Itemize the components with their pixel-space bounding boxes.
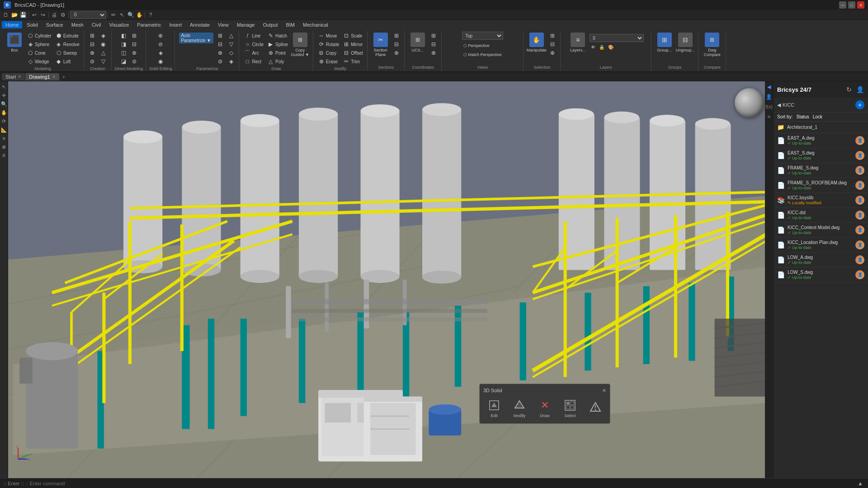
save-button[interactable]: 💾: [19, 11, 27, 19]
model-btn5[interactable]: ⬢Extrude: [54, 32, 81, 40]
creation-btn3[interactable]: ⊕: [87, 49, 97, 57]
help-button[interactable]: ?: [146, 11, 155, 19]
group-button[interactable]: ⊞ Group...: [655, 32, 675, 53]
file-east-s[interactable]: 📄 EAST_S.dwg ✓ Up-to-date 👤: [774, 148, 868, 163]
sel-btn3[interactable]: ⊕: [547, 49, 557, 57]
creation-btn5[interactable]: ◈: [98, 32, 108, 40]
sort-lock-btn[interactable]: Lock: [813, 114, 822, 119]
panel-user-icon[interactable]: 👤: [765, 93, 773, 100]
param-btn7[interactable]: ◇: [226, 49, 236, 57]
select-btn[interactable]: ↖: [118, 11, 126, 19]
menu-civil[interactable]: Civil: [88, 21, 105, 28]
popup-select-btn[interactable]: Select: [559, 396, 581, 420]
param-btn4[interactable]: ⊘: [215, 57, 225, 66]
param-btn2[interactable]: ⊟: [215, 40, 225, 48]
maximize-button[interactable]: □: [848, 1, 855, 9]
file-kicc-location[interactable]: 📄 KICC_Location Plan.dwg ✓ Up-to-date 👤: [774, 238, 868, 253]
se-btn4[interactable]: ◉: [156, 57, 165, 66]
dm-btn3[interactable]: ◫: [118, 49, 128, 57]
print-button[interactable]: 🖨: [50, 11, 58, 19]
menu-view[interactable]: View: [214, 21, 232, 28]
menu-output[interactable]: Output: [259, 21, 281, 28]
kicc-add-button[interactable]: +: [855, 100, 864, 109]
menu-visualize[interactable]: Visualize: [105, 21, 132, 28]
layer-combo[interactable]: 0: [70, 11, 106, 19]
vp-zoom-icon[interactable]: 🔍: [0, 100, 8, 108]
popup-close-btn[interactable]: ✕: [602, 388, 606, 394]
undo-button[interactable]: ↩: [30, 11, 38, 19]
layers-combo[interactable]: 0: [590, 34, 644, 42]
popup-edit-btn[interactable]: Edit: [483, 396, 505, 420]
param-btn1[interactable]: ⊞: [215, 32, 225, 40]
menu-annotate[interactable]: Annotate: [186, 21, 213, 28]
file-low-a[interactable]: 📄 LOW_A.dwg ✓ Up-to-date 👤: [774, 253, 868, 267]
popup-extra-btn[interactable]: [585, 399, 606, 418]
open-button[interactable]: 📂: [10, 11, 19, 19]
kicc-back-button[interactable]: ◀ KICC: [777, 102, 794, 108]
vp-pan-icon[interactable]: ✋: [0, 109, 8, 116]
se-btn2[interactable]: ⊘: [156, 40, 165, 48]
mod-btn7[interactable]: ⊟Offset: [341, 49, 364, 57]
draw-btn[interactable]: ✏: [109, 11, 118, 19]
draw-btn6[interactable]: ▶Spline: [266, 40, 289, 48]
creation-btn8[interactable]: ▽: [98, 57, 108, 66]
mod-btn2[interactable]: ⟳Rotate: [316, 40, 340, 48]
tab-start[interactable]: Start ✕: [2, 73, 25, 80]
file-low-s[interactable]: 📄 LOW_S.dwg ✓ Up-to-date 👤: [774, 267, 868, 282]
auto-parametrize-button[interactable]: Auto Parametrize ▼: [178, 32, 214, 44]
popup-delete-btn[interactable]: ✕ Draw: [534, 396, 556, 420]
coord-btn2[interactable]: ⊟: [429, 40, 439, 48]
refresh-button[interactable]: ↻: [844, 85, 854, 94]
panel-layers2-icon[interactable]: ≡: [765, 113, 773, 120]
file-kicc-dst[interactable]: 📄 KICC.dst ✓ Up-to-date 👤: [774, 208, 868, 223]
file-east-a[interactable]: 📄 EAST_A.dwg ✓ Up-to-date 👤: [774, 133, 868, 148]
new-button[interactable]: 🗋: [2, 11, 10, 19]
menu-mechanical[interactable]: Mechanical: [299, 21, 332, 28]
model-btn8[interactable]: ◆Loft: [54, 57, 81, 66]
draw-btn5[interactable]: ✎Hatch: [266, 32, 289, 40]
file-frame-s-roofbeam[interactable]: 📄 FRAME_S_ROOFBEAM.dwg ✓ Up-to-date 👤: [774, 178, 868, 193]
viewport[interactable]: ↖ ✛ 🔍 ✋ ⟳ 📐 ≡ ⊕ # 3D Solid ✕: [0, 81, 773, 478]
coord-btn1[interactable]: ⊞: [429, 32, 439, 40]
vp-move-icon[interactable]: ✛: [0, 92, 8, 99]
vp-snap-icon[interactable]: ⊕: [0, 143, 8, 150]
match-perspective-btn[interactable]: ⬡ Match Perspective: [462, 51, 503, 59]
draw-btn3[interactable]: ⌒Arc: [242, 49, 265, 57]
layers-button[interactable]: ≡ Layers...: [568, 32, 588, 53]
zoom-btn[interactable]: 🔍: [127, 11, 135, 19]
creation-btn1[interactable]: ⊞: [87, 32, 97, 40]
mod-btn4[interactable]: ⊗Erase: [316, 57, 340, 66]
param-btn5[interactable]: △: [226, 32, 236, 40]
param-btn6[interactable]: ▽: [226, 40, 236, 48]
model-btn7[interactable]: ⬡Sweep: [54, 49, 81, 57]
dm-btn7[interactable]: ⊕: [129, 49, 139, 57]
model-btn1[interactable]: ⬡Cylinder: [25, 32, 53, 40]
vp-grid-icon[interactable]: #: [0, 152, 8, 159]
sort-status-btn[interactable]: Status: [796, 114, 809, 119]
param-btn3[interactable]: ⊕: [215, 49, 225, 57]
pan-btn[interactable]: ✋: [135, 11, 143, 19]
draw-btn1[interactable]: /Line: [242, 32, 265, 40]
panel-collapse-icon[interactable]: ◀: [765, 83, 773, 90]
section-btn3[interactable]: ⊕: [392, 49, 401, 57]
creation-btn4[interactable]: ⊘: [87, 57, 97, 66]
se-btn3[interactable]: ◈: [156, 49, 165, 57]
sel-btn1[interactable]: ⊞: [547, 32, 557, 40]
section-btn2[interactable]: ⊟: [392, 40, 401, 48]
section-plane-button[interactable]: ✂ SectionPlane: [371, 32, 391, 58]
draw-btn7[interactable]: ⊕Point: [266, 49, 289, 57]
settings-button[interactable]: ⚙: [59, 11, 67, 19]
layer-vis-btn[interactable]: 👁: [590, 43, 597, 51]
vp-layers-icon[interactable]: ≡: [0, 135, 8, 142]
sel-btn2[interactable]: ⊟: [547, 40, 557, 48]
mod-btn3[interactable]: ⧉Copy: [316, 49, 340, 57]
menu-home[interactable]: Home: [2, 21, 22, 28]
menu-bim[interactable]: BIM: [282, 21, 298, 28]
ucs-button[interactable]: ⊞ UCS...: [408, 32, 428, 53]
mod-btn1[interactable]: ↔Move: [316, 32, 340, 40]
menu-manage[interactable]: Manage: [233, 21, 259, 28]
box-button[interactable]: ⬛ Box: [5, 32, 24, 53]
dm-btn8[interactable]: ⊘: [129, 57, 139, 66]
redo-button[interactable]: ↪: [39, 11, 47, 19]
model-btn6[interactable]: ◈Revolve: [54, 40, 81, 48]
